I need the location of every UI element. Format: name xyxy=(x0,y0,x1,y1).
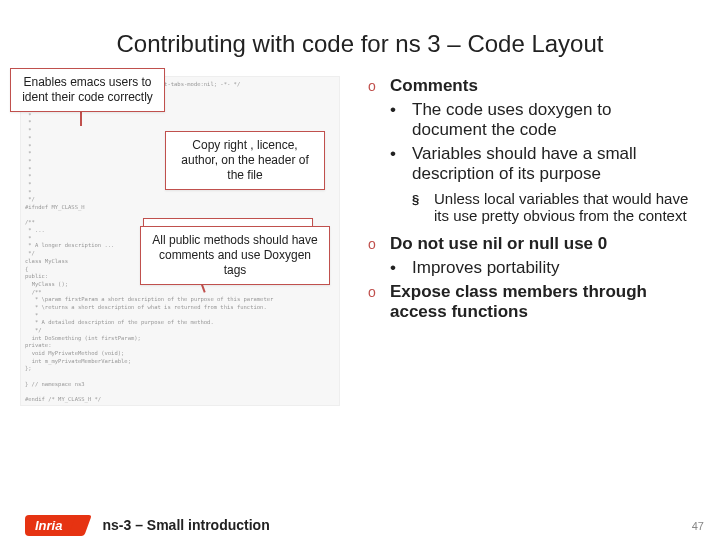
bullet-expose: Expose class members through access func… xyxy=(362,282,700,322)
bullet-doxygen: The code uses doxygen to document the co… xyxy=(362,100,700,140)
text: Variables should have a small descriptio… xyxy=(412,144,690,184)
callout-copyright: Copy right , licence, author, on the hea… xyxy=(165,131,325,190)
text: The code uses doxygen to document the co… xyxy=(412,100,690,140)
text: Do not use nil or null use 0 xyxy=(390,234,607,253)
left-column: /* -*- Mode:C++; c-file-style:"gnu"; ind… xyxy=(20,76,360,406)
bullet-portability: Improves portability xyxy=(362,258,700,278)
page-number: 47 xyxy=(692,520,704,532)
text: Comments xyxy=(390,76,478,95)
text: Expose class members through access func… xyxy=(390,282,698,322)
right-column: Comments The code uses doxygen to docume… xyxy=(360,76,700,406)
callout-public: All public methods should have comments … xyxy=(140,226,330,285)
inria-logo: Inria xyxy=(25,515,80,536)
content-area: /* -*- Mode:C++; c-file-style:"gnu"; ind… xyxy=(0,76,720,406)
bullet-vars: Variables should have a small descriptio… xyxy=(362,144,700,184)
callout-emacs: Enables emacs users to ident their code … xyxy=(10,68,165,112)
bullet-local: Unless local variables that would have i… xyxy=(362,190,700,224)
bullet-list: Comments The code uses doxygen to docume… xyxy=(362,76,700,322)
footer: Inria ns-3 – Small introduction xyxy=(0,510,720,540)
slide-title: Contributing with code for ns 3 – Code L… xyxy=(0,0,720,76)
text: Improves portability xyxy=(412,258,690,278)
text: Unless local variables that would have i… xyxy=(434,190,692,224)
bullet-comments-head: Comments xyxy=(362,76,700,96)
bullet-no-nil: Do not use nil or null use 0 xyxy=(362,234,700,254)
footer-text: ns-3 – Small introduction xyxy=(102,517,269,533)
